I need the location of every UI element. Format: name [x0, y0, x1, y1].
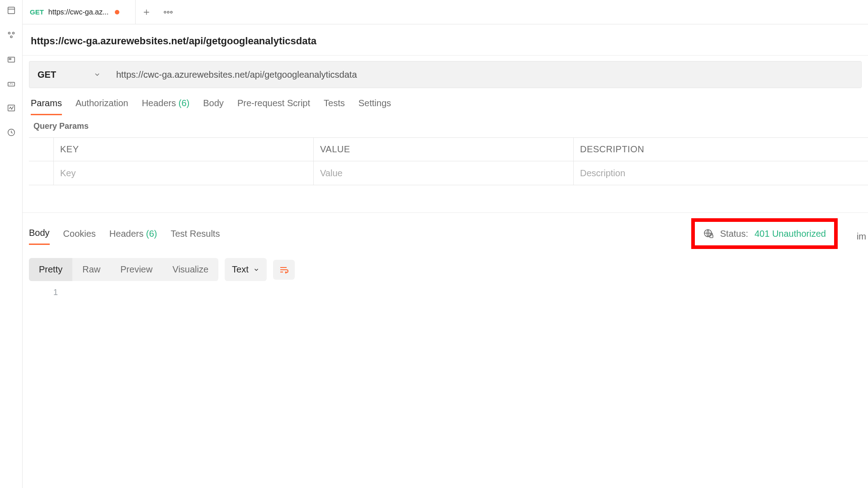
url-input[interactable]	[108, 61, 862, 88]
view-raw[interactable]: Raw	[72, 258, 110, 281]
svg-rect-5	[9, 58, 11, 60]
svg-point-9	[164, 11, 166, 13]
method-label: GET	[38, 70, 56, 80]
body-view-segmented: Pretty Raw Preview Visualize	[29, 258, 218, 281]
view-preview[interactable]: Preview	[110, 258, 162, 281]
chevron-down-icon	[253, 267, 259, 273]
param-value-input[interactable]	[320, 168, 567, 178]
body-language-label: Text	[232, 264, 249, 275]
tab-overflow-button[interactable]	[157, 0, 179, 24]
resp-tab-test-results[interactable]: Test Results	[170, 229, 220, 244]
view-visualize[interactable]: Visualize	[162, 258, 218, 281]
resp-tab-body[interactable]: Body	[29, 228, 50, 245]
svg-point-10	[167, 11, 169, 13]
history-icon[interactable]	[6, 127, 16, 137]
apis-icon[interactable]	[6, 30, 16, 40]
tab-prerequest[interactable]: Pre-request Script	[237, 98, 310, 115]
resp-headers-label: Headers	[109, 229, 144, 239]
tab-method: GET	[30, 8, 44, 16]
status-label: Status:	[720, 229, 748, 239]
svg-rect-0	[8, 7, 14, 14]
param-key-input[interactable]	[60, 168, 307, 178]
unsaved-dot-icon	[115, 10, 119, 14]
tab-body[interactable]: Body	[203, 98, 224, 115]
svg-point-3	[10, 36, 12, 38]
param-desc-input[interactable]	[580, 168, 862, 178]
svg-point-11	[170, 11, 172, 13]
method-select[interactable]: GET	[29, 61, 108, 88]
svg-point-1	[8, 32, 10, 34]
resp-headers-count: (6)	[146, 229, 157, 239]
params-empty-row	[29, 161, 868, 185]
response-status-box: Status: 401 Unauthorized	[691, 218, 838, 249]
request-tab[interactable]: GET https://cwc-ga.az...	[23, 0, 136, 24]
chevron-down-icon	[94, 71, 101, 78]
svg-point-2	[12, 32, 14, 34]
resp-tab-cookies[interactable]: Cookies	[63, 229, 96, 244]
tab-headers-label: Headers	[142, 98, 176, 108]
wrap-lines-button[interactable]	[273, 260, 295, 280]
body-language-select[interactable]: Text	[225, 258, 267, 281]
tab-title: https://cwc-ga.az...	[48, 8, 108, 16]
view-pretty[interactable]: Pretty	[29, 258, 72, 281]
tab-settings[interactable]: Settings	[359, 98, 391, 115]
globe-lock-icon	[703, 228, 714, 239]
params-table: KEY VALUE DESCRIPTION	[29, 137, 868, 185]
query-params-title: Query Params	[23, 115, 868, 137]
monitors-icon[interactable]	[6, 103, 16, 113]
headers-count: (6)	[179, 98, 189, 108]
col-value-header: VALUE	[314, 138, 574, 161]
environments-icon[interactable]	[6, 54, 16, 64]
response-tabs: Body Cookies Headers (6) Test Results St…	[29, 213, 868, 252]
mock-servers-icon[interactable]	[6, 79, 16, 89]
tab-params[interactable]: Params	[31, 98, 62, 115]
line-number: 1	[47, 288, 58, 297]
status-value: 401 Unauthorized	[755, 229, 826, 239]
tab-authorization[interactable]: Authorization	[75, 98, 128, 115]
request-subtabs: Params Authorization Headers (6) Body Pr…	[23, 88, 868, 115]
request-name[interactable]: https://cwc-ga.azurewebsites.net/api/get…	[31, 35, 860, 47]
params-header-row: KEY VALUE DESCRIPTION	[29, 138, 868, 161]
tab-headers[interactable]: Headers (6)	[142, 98, 190, 115]
resp-tab-headers[interactable]: Headers (6)	[109, 229, 157, 244]
response-time-cutoff: im	[857, 231, 866, 242]
left-rail	[0, 0, 23, 488]
col-desc-header: DESCRIPTION	[574, 138, 868, 161]
add-tab-button[interactable]	[136, 0, 157, 24]
collections-icon[interactable]	[6, 5, 16, 15]
tab-tests[interactable]: Tests	[324, 98, 345, 115]
tab-bar: GET https://cwc-ga.az...	[23, 0, 868, 24]
response-body[interactable]: 1	[29, 281, 868, 297]
col-key-header: KEY	[54, 138, 314, 161]
